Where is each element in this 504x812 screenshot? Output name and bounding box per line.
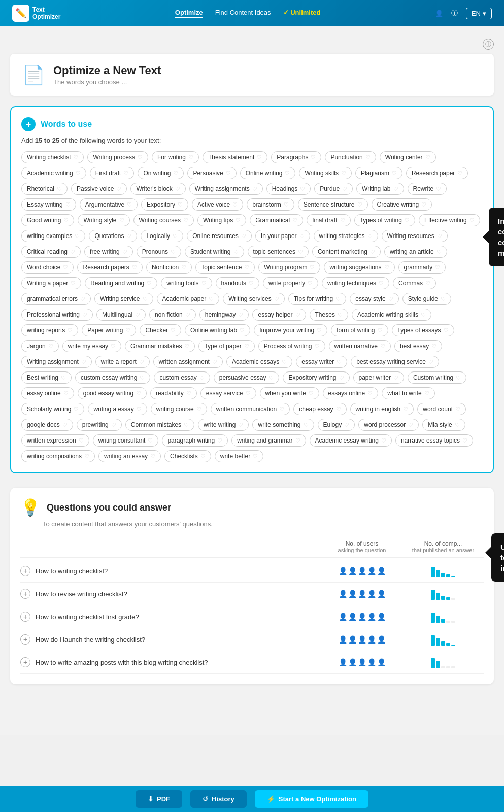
tag[interactable]: Rhetorical♡ bbox=[21, 183, 68, 195]
tag[interactable]: custom essay writing♡ bbox=[75, 371, 150, 384]
tag[interactable]: Commas♡ bbox=[393, 277, 436, 289]
tag[interactable]: Checklists♡ bbox=[164, 450, 211, 462]
tag[interactable]: free writing♡ bbox=[84, 246, 133, 258]
tag[interactable]: Effective writing♡ bbox=[419, 214, 480, 226]
tag[interactable]: writing reports♡ bbox=[21, 324, 78, 336]
tag[interactable]: Content marketing♡ bbox=[312, 246, 381, 258]
tag[interactable]: write something♡ bbox=[252, 419, 314, 431]
tag[interactable]: Argumentative♡ bbox=[80, 198, 138, 211]
tag[interactable]: Multilingual♡ bbox=[96, 309, 146, 321]
pdf-button[interactable]: ⬇ PDF bbox=[136, 790, 182, 808]
tag[interactable]: Writing process♡ bbox=[87, 151, 148, 163]
tag[interactable]: Expository writing♡ bbox=[283, 371, 349, 384]
tag[interactable]: Checker♡ bbox=[140, 324, 181, 336]
tag[interactable]: Grammar mistakes♡ bbox=[125, 340, 195, 352]
tag[interactable]: best essay♡ bbox=[394, 340, 442, 352]
tag[interactable]: Sentence structure♡ bbox=[298, 198, 368, 211]
tag[interactable]: Writing style♡ bbox=[78, 214, 129, 226]
tag[interactable]: Writing service♡ bbox=[94, 293, 153, 305]
expand-button[interactable]: + bbox=[20, 612, 30, 622]
tag[interactable]: word count♡ bbox=[417, 403, 466, 415]
tag[interactable]: Eulogy♡ bbox=[318, 419, 355, 431]
tag[interactable]: paragraph writing♡ bbox=[162, 434, 228, 447]
tag[interactable]: hemingway♡ bbox=[199, 309, 249, 321]
tag[interactable]: Common mistakes♡ bbox=[125, 419, 194, 431]
tag[interactable]: essay helper♡ bbox=[252, 309, 306, 321]
tag[interactable]: writing an article♡ bbox=[384, 246, 447, 258]
tag[interactable]: Rewrite♡ bbox=[408, 183, 447, 195]
tag[interactable]: handouts♡ bbox=[216, 277, 259, 289]
tag[interactable]: good essay writing♡ bbox=[78, 387, 147, 399]
tag[interactable]: when you write♡ bbox=[260, 387, 319, 399]
tag[interactable]: writing course♡ bbox=[151, 403, 207, 415]
tag[interactable]: Topic sentence♡ bbox=[195, 261, 255, 274]
tag[interactable]: writing an essay♡ bbox=[98, 450, 161, 462]
tag[interactable]: Scholarly writing♡ bbox=[21, 403, 84, 415]
tag[interactable]: custom essay♡ bbox=[154, 371, 210, 384]
tag[interactable]: Online resources♡ bbox=[187, 230, 252, 242]
tag[interactable]: writing consultant♡ bbox=[93, 434, 159, 447]
tag[interactable]: essay service♡ bbox=[200, 387, 256, 399]
tag[interactable]: Punctuation♡ bbox=[325, 151, 376, 163]
tag[interactable]: Writing lab♡ bbox=[356, 183, 404, 195]
language-button[interactable]: EN ▾ bbox=[466, 8, 492, 19]
tag[interactable]: Logically♡ bbox=[141, 230, 183, 242]
tag[interactable]: written narrative♡ bbox=[329, 340, 391, 352]
tag[interactable]: google docs♡ bbox=[21, 419, 73, 431]
tag[interactable]: Research papers♡ bbox=[77, 261, 142, 274]
tag[interactable]: essays online♡ bbox=[323, 387, 379, 399]
tag[interactable]: Writer's block♡ bbox=[130, 183, 185, 195]
user-icon[interactable]: 👤 bbox=[435, 10, 443, 17]
tag[interactable]: Tips for writing♡ bbox=[288, 293, 347, 305]
tag[interactable]: Research paper♡ bbox=[406, 167, 468, 179]
tag[interactable]: Writing center♡ bbox=[380, 151, 436, 163]
tag[interactable]: Word choice♡ bbox=[21, 261, 74, 274]
tag[interactable]: Writing resources♡ bbox=[382, 230, 448, 242]
tag[interactable]: Passive voice♡ bbox=[71, 183, 127, 195]
tag[interactable]: paper writer♡ bbox=[353, 371, 404, 384]
tag[interactable]: Online writing lab♡ bbox=[185, 324, 250, 336]
tag[interactable]: writing strategies♡ bbox=[314, 230, 378, 242]
history-button[interactable]: ↺ History bbox=[190, 790, 247, 808]
tag[interactable]: write better♡ bbox=[215, 450, 263, 462]
tag[interactable]: essay online♡ bbox=[21, 387, 74, 399]
tag[interactable]: writing compositions♡ bbox=[21, 450, 95, 462]
expand-button[interactable]: + bbox=[20, 566, 30, 576]
tag[interactable]: Purdue♡ bbox=[314, 183, 353, 195]
tag[interactable]: cheap essay♡ bbox=[293, 403, 346, 415]
tag[interactable]: Improve your writing♡ bbox=[254, 324, 327, 336]
tag[interactable]: essay style♡ bbox=[350, 293, 398, 305]
tag[interactable]: Nonfiction♡ bbox=[146, 261, 192, 274]
tag[interactable]: Theses♡ bbox=[310, 309, 348, 321]
tag[interactable]: best essay writing service♡ bbox=[351, 356, 439, 368]
nav-optimize[interactable]: Optimize bbox=[175, 9, 203, 18]
tag[interactable]: writing techniques♡ bbox=[322, 277, 389, 289]
tag[interactable]: Student writing♡ bbox=[185, 246, 244, 258]
tag[interactable]: written expression♡ bbox=[21, 434, 89, 447]
tag[interactable]: Paragraphs♡ bbox=[271, 151, 321, 163]
tag[interactable]: In your paper♡ bbox=[255, 230, 310, 242]
tag[interactable]: Writing program♡ bbox=[258, 261, 320, 274]
tag[interactable]: Academic essays♡ bbox=[226, 356, 292, 368]
tag[interactable]: write properly♡ bbox=[263, 277, 318, 289]
tag[interactable]: Online writing♡ bbox=[240, 167, 296, 179]
tag[interactable]: writing a essay♡ bbox=[88, 403, 147, 415]
tag[interactable]: Grammatical♡ bbox=[250, 214, 303, 226]
expand-button[interactable]: + bbox=[20, 657, 30, 667]
tag[interactable]: First draft♡ bbox=[90, 167, 135, 179]
tag[interactable]: Writing a paper♡ bbox=[21, 277, 81, 289]
tag[interactable]: Pronouns♡ bbox=[137, 246, 181, 258]
page-info-icon[interactable]: ⓘ bbox=[483, 39, 494, 50]
tag[interactable]: Quotations♡ bbox=[89, 230, 137, 242]
tag[interactable]: Writing assignment♡ bbox=[21, 356, 92, 368]
tag[interactable]: written communication♡ bbox=[211, 403, 290, 415]
tag[interactable]: written assignment♡ bbox=[153, 356, 223, 368]
tag[interactable]: Writing skills♡ bbox=[299, 167, 351, 179]
tag[interactable]: writing in english♡ bbox=[350, 403, 414, 415]
tag[interactable]: Writing services♡ bbox=[223, 293, 284, 305]
tag[interactable]: Persuasive♡ bbox=[187, 167, 236, 179]
tag[interactable]: non fiction♡ bbox=[149, 309, 196, 321]
tag[interactable]: Process of writing♡ bbox=[258, 340, 325, 352]
tag[interactable]: Paper writing♡ bbox=[82, 324, 136, 336]
tag[interactable]: writing tools♡ bbox=[161, 277, 212, 289]
